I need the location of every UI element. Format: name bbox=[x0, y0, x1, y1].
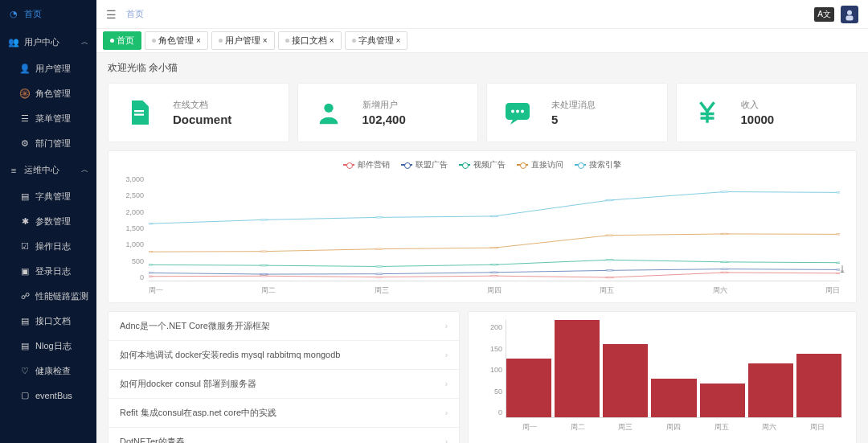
svg-point-27 bbox=[490, 264, 498, 265]
svg-rect-3 bbox=[134, 110, 144, 112]
list-item[interactable]: 如何用docker consul 部署到服务器› bbox=[108, 370, 459, 399]
dashboard-icon: ◔ bbox=[8, 9, 19, 19]
svg-point-24 bbox=[149, 265, 153, 266]
sidebar-group-user-center[interactable]: 👥 用户中心 ︿ bbox=[0, 28, 96, 56]
legend-item[interactable]: 邮件营销 bbox=[343, 159, 390, 170]
chart-legend: 邮件营销联盟广告视频广告直接访问搜索引擎 bbox=[120, 159, 845, 170]
bar-y-tick: 50 bbox=[480, 388, 502, 396]
chevron-right-icon: › bbox=[445, 351, 448, 359]
sidebar-item-user-mgmt[interactable]: 👤用户管理 bbox=[0, 56, 96, 81]
list-item-text: DotNETer的青春 bbox=[120, 436, 185, 443]
svg-point-12 bbox=[375, 277, 383, 278]
heart-icon: ♡ bbox=[19, 366, 31, 376]
svg-point-44 bbox=[836, 192, 840, 194]
sidebar-item-eventbus[interactable]: ▢eventBus bbox=[0, 384, 96, 407]
list-item[interactable]: DotNETer的青春› bbox=[108, 428, 459, 443]
list-item[interactable]: Refit 集成consul在asp.net core中的实践› bbox=[108, 399, 459, 428]
tab-首页[interactable]: 首页 bbox=[103, 31, 141, 50]
tab-label: 角色管理 bbox=[158, 35, 194, 47]
stat-label: 收入 bbox=[741, 99, 775, 111]
svg-point-39 bbox=[260, 219, 268, 221]
hamburger-icon[interactable]: ☰ bbox=[106, 8, 117, 21]
main: ☰ 首页 A文 首页角色管理×用户管理×接口文档×字典管理× 欢迎光临 余小猫 … bbox=[96, 0, 868, 443]
bar-x-tick: 周三 bbox=[601, 422, 649, 433]
chevron-right-icon: › bbox=[445, 408, 448, 417]
svg-point-26 bbox=[375, 266, 383, 268]
svg-point-1 bbox=[847, 10, 852, 14]
tab-角色管理[interactable]: 角色管理× bbox=[145, 31, 208, 50]
list-item-text: 如何本地调试 docker安装redis mysql rabbitmq mong… bbox=[120, 349, 340, 361]
sidebar-item-dict[interactable]: ▤字典管理 bbox=[0, 184, 96, 209]
list-item[interactable]: Adnc是一个.NET Core微服务开源框架› bbox=[108, 312, 459, 341]
sidebar-item-nlog[interactable]: ▤Nlog日志 bbox=[0, 334, 96, 359]
x-axis-labels: 周一周二周三周四周五周六周日 bbox=[149, 285, 840, 296]
label: 性能链路监测 bbox=[35, 290, 88, 302]
close-icon[interactable]: × bbox=[330, 36, 334, 45]
list-item-text: 如何用docker consul 部署到服务器 bbox=[120, 378, 256, 390]
sidebar-item-api-doc[interactable]: ▤接口文档 bbox=[0, 309, 96, 334]
legend-marker bbox=[575, 164, 586, 166]
sidebar: ◔ 首页 👥 用户中心 ︿ 👤用户管理 🛞角色管理 ☰菜单管理 ⚙部门管理 ≡ … bbox=[0, 0, 96, 443]
svg-point-43 bbox=[721, 191, 729, 193]
y-tick: 0 bbox=[120, 273, 144, 281]
sidebar-group-ops-center[interactable]: ≡ 运维中心 ︿ bbox=[0, 156, 96, 184]
chat-icon bbox=[500, 95, 535, 130]
y-tick: 2,500 bbox=[120, 191, 144, 199]
legend-item[interactable]: 直接访问 bbox=[517, 159, 563, 170]
series-line bbox=[149, 260, 840, 266]
tab-label: 首页 bbox=[117, 35, 134, 47]
legend-item[interactable]: 搜索引擎 bbox=[575, 159, 621, 170]
avatar[interactable] bbox=[841, 6, 858, 23]
sidebar-item-health[interactable]: ♡健康检查 bbox=[0, 359, 96, 384]
series-line bbox=[149, 192, 840, 224]
legend-marker bbox=[459, 164, 470, 166]
x-tick: 周三 bbox=[375, 285, 389, 296]
breadcrumb[interactable]: 首页 bbox=[126, 8, 144, 20]
svg-point-40 bbox=[375, 217, 383, 219]
svg-point-8 bbox=[516, 110, 519, 113]
list-item[interactable]: 如何本地调试 docker安装redis mysql rabbitmq mong… bbox=[108, 341, 459, 370]
y-tick: 3,000 bbox=[120, 175, 144, 183]
svg-point-13 bbox=[490, 275, 498, 277]
bar-x-tick: 周五 bbox=[698, 422, 746, 433]
tab-接口文档[interactable]: 接口文档× bbox=[278, 31, 342, 50]
svg-point-22 bbox=[721, 269, 729, 270]
bar bbox=[603, 344, 648, 417]
dot-icon bbox=[152, 39, 156, 43]
bar-chart: 200150100500 周一周二周三周四周五周六周日 bbox=[480, 320, 845, 433]
tab-字典管理[interactable]: 字典管理× bbox=[345, 31, 408, 50]
list-icon: ☰ bbox=[19, 113, 31, 124]
bar bbox=[651, 379, 696, 417]
chevron-right-icon: › bbox=[445, 437, 448, 443]
sidebar-item-oplog[interactable]: ☑操作日志 bbox=[0, 234, 96, 259]
stack-icon: ≡ bbox=[8, 166, 19, 175]
role-icon: 🛞 bbox=[19, 88, 31, 99]
chart-area: 3,0002,5002,0001,5001,0005000 周一周二周三周四周五… bbox=[120, 175, 845, 296]
svg-point-35 bbox=[605, 235, 613, 236]
list-item-text: Refit 集成consul在asp.net core中的实践 bbox=[120, 407, 276, 419]
sidebar-item-menu-mgmt[interactable]: ☰菜单管理 bbox=[0, 106, 96, 131]
tab-用户管理[interactable]: 用户管理× bbox=[211, 31, 275, 50]
close-icon[interactable]: × bbox=[263, 36, 268, 45]
close-icon[interactable]: × bbox=[396, 36, 401, 45]
sidebar-item-role-mgmt[interactable]: 🛞角色管理 bbox=[0, 81, 96, 106]
sidebar-item-dept-mgmt[interactable]: ⚙部门管理 bbox=[0, 131, 96, 156]
sidebar-home[interactable]: ◔ 首页 bbox=[0, 0, 96, 28]
sidebar-item-params[interactable]: ✱参数管理 bbox=[0, 209, 96, 234]
language-switch[interactable]: A文 bbox=[814, 7, 834, 22]
legend-item[interactable]: 视频广告 bbox=[459, 159, 506, 170]
people-icon: 👤 bbox=[19, 64, 31, 74]
label: 用户管理 bbox=[35, 63, 71, 75]
svg-point-33 bbox=[375, 248, 383, 250]
sidebar-item-trace[interactable]: ☍性能链路监测 bbox=[0, 284, 96, 309]
sidebar-item-loginlog[interactable]: ▣登录日志 bbox=[0, 259, 96, 284]
users-icon: 👥 bbox=[8, 37, 19, 47]
bar-y-tick: 200 bbox=[480, 323, 502, 331]
svg-point-42 bbox=[605, 199, 613, 201]
legend-item[interactable]: 联盟广告 bbox=[401, 159, 448, 170]
close-icon[interactable]: × bbox=[196, 36, 201, 45]
stat-card: 在线文档Document bbox=[108, 83, 289, 142]
chart-icon: ☍ bbox=[19, 291, 31, 301]
download-icon[interactable]: ⤓ bbox=[838, 264, 846, 275]
svg-point-20 bbox=[490, 272, 498, 273]
